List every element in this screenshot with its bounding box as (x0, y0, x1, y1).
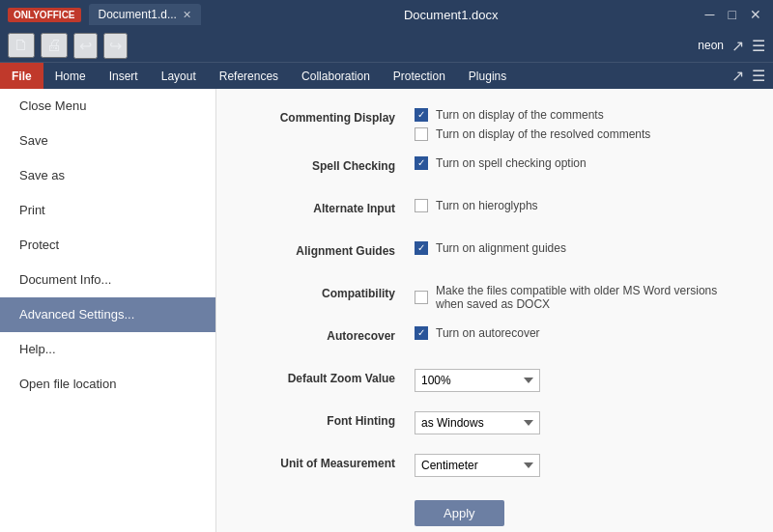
sidebar: Close Menu Save Save as Print Protect Do… (0, 89, 216, 532)
check-icon: ✓ (417, 158, 425, 168)
default-zoom-controls: 50% 75% 100% 125% 150% 175% 200% (415, 369, 744, 392)
checkbox-alignment-guides[interactable]: ✓ (415, 241, 428, 255)
maximize-button[interactable]: □ (725, 7, 740, 22)
sidebar-item-help[interactable]: Help... (0, 332, 215, 367)
autorecover-row: Autorecover ✓ Turn on autorecover (245, 326, 744, 353)
menu-dots-icon[interactable]: ☰ (752, 67, 765, 85)
new-file-button[interactable]: 🗋 (8, 33, 35, 58)
font-hinting-select[interactable]: as Windows as macOS Native No hinting (415, 411, 540, 434)
label-spell-check: Turn on spell checking option (436, 156, 587, 170)
spell-checking-label: Spell Checking (245, 156, 415, 173)
sidebar-item-print[interactable]: Print (0, 193, 215, 228)
sidebar-item-open-file-location[interactable]: Open file location (0, 367, 215, 402)
checkbox-show-comments[interactable]: ✓ (415, 108, 428, 122)
checkbox-row-spell: ✓ Turn on spell checking option (415, 156, 744, 170)
apply-row: Apply (245, 496, 744, 526)
menu-layout[interactable]: Layout (150, 63, 208, 89)
label-alignment-guides: Turn on alignment guides (436, 241, 566, 255)
menu-references[interactable]: References (208, 63, 290, 89)
checkbox-autorecover[interactable]: ✓ (415, 326, 428, 340)
alignment-guides-row: Alignment Guides ✓ Turn on alignment gui… (245, 241, 744, 268)
label-compatibility: Make the files compatible with older MS … (436, 284, 744, 311)
toolbar-right: neon ↗ ☰ (698, 37, 765, 55)
alignment-guides-label: Alignment Guides (245, 241, 415, 258)
open-location-icon[interactable]: ↗ (731, 37, 744, 55)
commenting-display-label: Commenting Display (245, 108, 415, 125)
label-show-comments: Turn on display of the comments (436, 108, 604, 122)
sidebar-item-close-menu[interactable]: Close Menu (0, 89, 215, 124)
autorecover-label: Autorecover (245, 326, 415, 343)
font-hinting-controls: as Windows as macOS Native No hinting (415, 411, 744, 434)
main-content: Close Menu Save Save as Print Protect Do… (0, 89, 773, 532)
checkbox-compatibility[interactable] (415, 291, 428, 304)
menu-bar: File Home Insert Layout References Colla… (0, 62, 773, 89)
label-autorecover: Turn on autorecover (436, 326, 540, 340)
menu-collaboration[interactable]: Collaboration (290, 63, 382, 89)
checkbox-show-resolved[interactable] (415, 127, 428, 141)
commenting-display-row: Commenting Display ✓ Turn on display of … (245, 108, 744, 141)
redo-button[interactable]: ↪ (103, 33, 128, 59)
default-zoom-row: Default Zoom Value 50% 75% 100% 125% 150… (245, 369, 744, 396)
alignment-guides-controls: ✓ Turn on alignment guides (415, 241, 744, 255)
alternate-input-label: Alternate Input (245, 199, 415, 215)
alternate-input-controls: Turn on hieroglyphs (415, 199, 744, 212)
sidebar-item-protect[interactable]: Protect (0, 228, 215, 263)
checkbox-row-compatibility: Make the files compatible with older MS … (415, 284, 744, 311)
tab-close-icon[interactable]: ✕ (183, 9, 191, 21)
default-zoom-select[interactable]: 50% 75% 100% 125% 150% 175% 200% (415, 369, 540, 392)
compatibility-row: Compatibility Make the files compatible … (245, 284, 744, 311)
undo-button[interactable]: ↩ (73, 33, 98, 59)
check-icon: ✓ (417, 110, 425, 120)
tab-title: Document1.d... (99, 8, 177, 21)
font-hinting-row: Font Hinting as Windows as macOS Native … (245, 411, 744, 438)
open-folder-icon[interactable]: ↗ (731, 67, 744, 85)
menu-insert[interactable]: Insert (98, 63, 150, 89)
hamburger-menu-icon[interactable]: ☰ (752, 37, 765, 55)
apply-button[interactable]: Apply (415, 500, 504, 526)
compatibility-controls: Make the files compatible with older MS … (415, 284, 744, 311)
user-name: neon (698, 39, 724, 52)
menu-bar-right: ↗ ☰ (731, 63, 773, 89)
sidebar-item-save-as[interactable]: Save as (0, 158, 215, 193)
compatibility-label: Compatibility (245, 284, 415, 300)
font-hinting-label: Font Hinting (245, 411, 415, 428)
unit-measurement-label: Unit of Measurement (245, 454, 415, 470)
unit-measurement-controls: Centimeter Inch Point Pica (415, 454, 744, 477)
autorecover-controls: ✓ Turn on autorecover (415, 326, 744, 340)
checkbox-row-autorecover: ✓ Turn on autorecover (415, 326, 744, 340)
checkbox-spell-check[interactable]: ✓ (415, 156, 428, 170)
menu-protection[interactable]: Protection (382, 63, 457, 89)
close-window-button[interactable]: ✕ (746, 7, 765, 22)
spell-checking-controls: ✓ Turn on spell checking option (415, 156, 744, 170)
menu-plugins[interactable]: Plugins (457, 63, 518, 89)
document-tab[interactable]: Document1.d... ✕ (89, 4, 201, 25)
sidebar-item-save[interactable]: Save (0, 124, 215, 158)
window-title: Document1.docx (201, 8, 701, 22)
unit-measurement-select[interactable]: Centimeter Inch Point Pica (415, 454, 540, 477)
sidebar-item-document-info[interactable]: Document Info... (0, 263, 215, 297)
toolbar: 🗋 🖨 ↩ ↪ neon ↗ ☰ (0, 29, 773, 62)
print-button[interactable]: 🖨 (41, 33, 68, 58)
label-show-resolved: Turn on display of the resolved comments (436, 127, 650, 141)
default-zoom-label: Default Zoom Value (245, 369, 415, 385)
check-icon: ✓ (417, 328, 425, 338)
spell-checking-row: Spell Checking ✓ Turn on spell checking … (245, 156, 744, 183)
minimize-button[interactable]: ─ (701, 7, 719, 22)
checkbox-hieroglyphs[interactable] (415, 199, 428, 212)
checkbox-row-alignment: ✓ Turn on alignment guides (415, 241, 744, 255)
app-logo: ONLYOFFICE (8, 8, 81, 22)
label-hieroglyphs: Turn on hieroglyphs (436, 199, 538, 212)
commenting-display-controls: ✓ Turn on display of the comments Turn o… (415, 108, 744, 141)
unit-measurement-row: Unit of Measurement Centimeter Inch Poin… (245, 454, 744, 481)
title-bar: ONLYOFFICE Document1.d... ✕ Document1.do… (0, 0, 773, 29)
sidebar-item-advanced-settings[interactable]: Advanced Settings... (0, 297, 215, 332)
content-area: Commenting Display ✓ Turn on display of … (216, 89, 773, 532)
checkbox-row-resolved: Turn on display of the resolved comments (415, 127, 744, 141)
window-controls: ─ □ ✕ (701, 7, 765, 22)
checkbox-row-hieroglyphs: Turn on hieroglyphs (415, 199, 744, 212)
checkbox-row-comments: ✓ Turn on display of the comments (415, 108, 744, 122)
check-icon: ✓ (417, 243, 425, 253)
menu-file[interactable]: File (0, 63, 43, 89)
menu-home[interactable]: Home (43, 63, 98, 89)
alternate-input-row: Alternate Input Turn on hieroglyphs (245, 199, 744, 226)
